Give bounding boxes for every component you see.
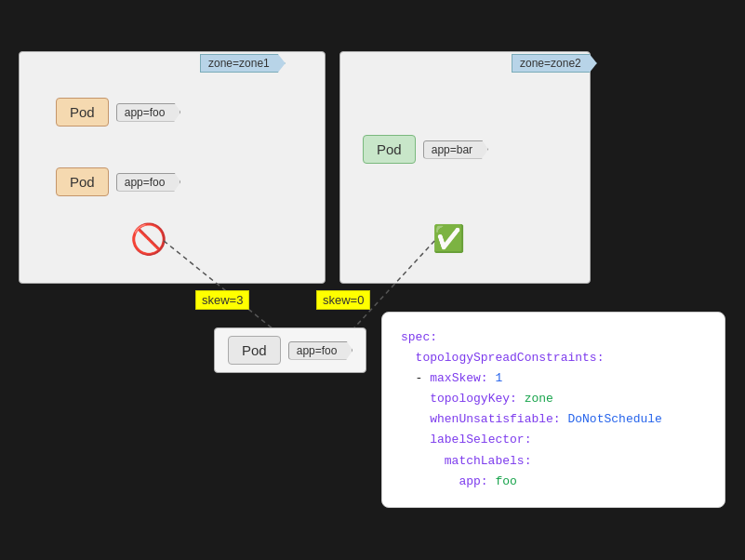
code-spec: spec:	[401, 327, 706, 348]
code-matchlabels: matchLabels:	[401, 451, 706, 472]
code-topology: topologySpreadConstraints:	[401, 348, 706, 368]
zone2-box	[339, 51, 591, 284]
code-block: spec: topologySpreadConstraints: - maxSk…	[381, 312, 725, 508]
pod1-zone2: Pod app=bar	[363, 135, 488, 164]
diagram-area: zone=zone1 zone=zone2 Pod app=foo Pod ap…	[0, 0, 745, 560]
schedule-ok-icon: ✅	[432, 223, 465, 255]
pod2-zone1-box: Pod	[56, 167, 109, 196]
code-labelselector: labelSelector:	[401, 430, 706, 450]
incoming-pod-box: Pod	[228, 336, 281, 365]
pod1-zone2-tag: app=bar	[423, 140, 488, 159]
pod2-zone1-tag: app=foo	[116, 173, 181, 192]
zone2-label: zone=zone2	[512, 54, 597, 73]
code-app: app: foo	[401, 472, 706, 492]
code-topologykey: topologyKey: zone	[401, 389, 706, 409]
skew1-label: skew=3	[195, 290, 249, 310]
pod1-zone1-box: Pod	[56, 98, 109, 127]
incoming-pod: Pod app=foo	[214, 327, 366, 373]
pod1-zone1-tag: app=foo	[116, 103, 181, 122]
pod1-zone2-box: Pod	[363, 135, 416, 164]
pod1-zone1: Pod app=foo	[56, 98, 180, 127]
zone1-label: zone=zone1	[200, 54, 286, 73]
no-schedule-icon: 🚫	[130, 221, 167, 259]
code-maxskew: - maxSkew: 1	[401, 368, 706, 389]
skew2-label: skew=0	[316, 290, 370, 310]
pod2-zone1: Pod app=foo	[56, 167, 180, 196]
code-when: whenUnsatisfiable: DoNotSchedule	[401, 409, 706, 430]
incoming-pod-tag: app=foo	[288, 341, 353, 360]
